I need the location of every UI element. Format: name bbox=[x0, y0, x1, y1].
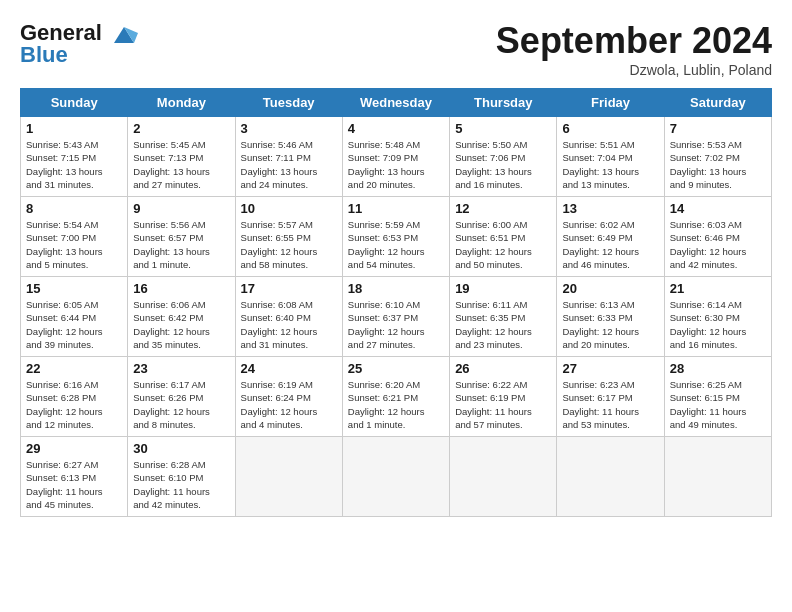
day-number: 17 bbox=[241, 281, 337, 296]
day-info: Sunrise: 6:22 AM Sunset: 6:19 PM Dayligh… bbox=[455, 378, 551, 431]
calendar-cell bbox=[664, 437, 771, 517]
calendar-cell bbox=[450, 437, 557, 517]
weekday-header-tuesday: Tuesday bbox=[235, 89, 342, 117]
day-number: 11 bbox=[348, 201, 444, 216]
day-info: Sunrise: 5:43 AM Sunset: 7:15 PM Dayligh… bbox=[26, 138, 122, 191]
calendar-cell: 3Sunrise: 5:46 AM Sunset: 7:11 PM Daylig… bbox=[235, 117, 342, 197]
day-info: Sunrise: 6:19 AM Sunset: 6:24 PM Dayligh… bbox=[241, 378, 337, 431]
logo: General Blue bbox=[20, 20, 138, 68]
day-info: Sunrise: 6:08 AM Sunset: 6:40 PM Dayligh… bbox=[241, 298, 337, 351]
day-number: 9 bbox=[133, 201, 229, 216]
day-number: 18 bbox=[348, 281, 444, 296]
day-info: Sunrise: 5:59 AM Sunset: 6:53 PM Dayligh… bbox=[348, 218, 444, 271]
day-info: Sunrise: 5:53 AM Sunset: 7:02 PM Dayligh… bbox=[670, 138, 766, 191]
day-info: Sunrise: 6:16 AM Sunset: 6:28 PM Dayligh… bbox=[26, 378, 122, 431]
day-number: 27 bbox=[562, 361, 658, 376]
title-block: September 2024 Dzwola, Lublin, Poland bbox=[496, 20, 772, 78]
calendar-week-2: 8Sunrise: 5:54 AM Sunset: 7:00 PM Daylig… bbox=[21, 197, 772, 277]
calendar-week-1: 1Sunrise: 5:43 AM Sunset: 7:15 PM Daylig… bbox=[21, 117, 772, 197]
calendar-cell: 16Sunrise: 6:06 AM Sunset: 6:42 PM Dayli… bbox=[128, 277, 235, 357]
day-number: 22 bbox=[26, 361, 122, 376]
day-info: Sunrise: 5:51 AM Sunset: 7:04 PM Dayligh… bbox=[562, 138, 658, 191]
calendar-cell bbox=[235, 437, 342, 517]
calendar-cell: 12Sunrise: 6:00 AM Sunset: 6:51 PM Dayli… bbox=[450, 197, 557, 277]
day-info: Sunrise: 6:20 AM Sunset: 6:21 PM Dayligh… bbox=[348, 378, 444, 431]
day-info: Sunrise: 6:27 AM Sunset: 6:13 PM Dayligh… bbox=[26, 458, 122, 511]
day-number: 8 bbox=[26, 201, 122, 216]
calendar-cell: 14Sunrise: 6:03 AM Sunset: 6:46 PM Dayli… bbox=[664, 197, 771, 277]
day-number: 14 bbox=[670, 201, 766, 216]
calendar-cell: 23Sunrise: 6:17 AM Sunset: 6:26 PM Dayli… bbox=[128, 357, 235, 437]
day-info: Sunrise: 6:17 AM Sunset: 6:26 PM Dayligh… bbox=[133, 378, 229, 431]
day-info: Sunrise: 6:03 AM Sunset: 6:46 PM Dayligh… bbox=[670, 218, 766, 271]
day-info: Sunrise: 6:23 AM Sunset: 6:17 PM Dayligh… bbox=[562, 378, 658, 431]
calendar-cell: 4Sunrise: 5:48 AM Sunset: 7:09 PM Daylig… bbox=[342, 117, 449, 197]
calendar-table: SundayMondayTuesdayWednesdayThursdayFrid… bbox=[20, 88, 772, 517]
calendar-cell: 8Sunrise: 5:54 AM Sunset: 7:00 PM Daylig… bbox=[21, 197, 128, 277]
day-info: Sunrise: 5:54 AM Sunset: 7:00 PM Dayligh… bbox=[26, 218, 122, 271]
calendar-cell: 10Sunrise: 5:57 AM Sunset: 6:55 PM Dayli… bbox=[235, 197, 342, 277]
calendar-cell: 21Sunrise: 6:14 AM Sunset: 6:30 PM Dayli… bbox=[664, 277, 771, 357]
page-header: General Blue September 2024 Dzwola, Lubl… bbox=[20, 20, 772, 78]
calendar-week-5: 29Sunrise: 6:27 AM Sunset: 6:13 PM Dayli… bbox=[21, 437, 772, 517]
calendar-cell: 24Sunrise: 6:19 AM Sunset: 6:24 PM Dayli… bbox=[235, 357, 342, 437]
calendar-cell: 7Sunrise: 5:53 AM Sunset: 7:02 PM Daylig… bbox=[664, 117, 771, 197]
day-number: 2 bbox=[133, 121, 229, 136]
calendar-cell: 6Sunrise: 5:51 AM Sunset: 7:04 PM Daylig… bbox=[557, 117, 664, 197]
day-info: Sunrise: 6:25 AM Sunset: 6:15 PM Dayligh… bbox=[670, 378, 766, 431]
day-info: Sunrise: 5:50 AM Sunset: 7:06 PM Dayligh… bbox=[455, 138, 551, 191]
day-info: Sunrise: 5:48 AM Sunset: 7:09 PM Dayligh… bbox=[348, 138, 444, 191]
calendar-cell: 27Sunrise: 6:23 AM Sunset: 6:17 PM Dayli… bbox=[557, 357, 664, 437]
weekday-header-saturday: Saturday bbox=[664, 89, 771, 117]
day-number: 10 bbox=[241, 201, 337, 216]
day-info: Sunrise: 6:28 AM Sunset: 6:10 PM Dayligh… bbox=[133, 458, 229, 511]
weekday-header-sunday: Sunday bbox=[21, 89, 128, 117]
day-info: Sunrise: 5:57 AM Sunset: 6:55 PM Dayligh… bbox=[241, 218, 337, 271]
day-info: Sunrise: 6:05 AM Sunset: 6:44 PM Dayligh… bbox=[26, 298, 122, 351]
calendar-cell: 22Sunrise: 6:16 AM Sunset: 6:28 PM Dayli… bbox=[21, 357, 128, 437]
calendar-cell: 1Sunrise: 5:43 AM Sunset: 7:15 PM Daylig… bbox=[21, 117, 128, 197]
day-number: 12 bbox=[455, 201, 551, 216]
day-number: 19 bbox=[455, 281, 551, 296]
day-info: Sunrise: 5:56 AM Sunset: 6:57 PM Dayligh… bbox=[133, 218, 229, 271]
day-number: 4 bbox=[348, 121, 444, 136]
day-number: 30 bbox=[133, 441, 229, 456]
day-info: Sunrise: 5:45 AM Sunset: 7:13 PM Dayligh… bbox=[133, 138, 229, 191]
day-number: 29 bbox=[26, 441, 122, 456]
calendar-cell: 30Sunrise: 6:28 AM Sunset: 6:10 PM Dayli… bbox=[128, 437, 235, 517]
day-number: 1 bbox=[26, 121, 122, 136]
weekday-header-wednesday: Wednesday bbox=[342, 89, 449, 117]
calendar-cell: 11Sunrise: 5:59 AM Sunset: 6:53 PM Dayli… bbox=[342, 197, 449, 277]
weekday-header-monday: Monday bbox=[128, 89, 235, 117]
day-info: Sunrise: 6:00 AM Sunset: 6:51 PM Dayligh… bbox=[455, 218, 551, 271]
day-number: 23 bbox=[133, 361, 229, 376]
calendar-cell: 9Sunrise: 5:56 AM Sunset: 6:57 PM Daylig… bbox=[128, 197, 235, 277]
calendar-cell: 20Sunrise: 6:13 AM Sunset: 6:33 PM Dayli… bbox=[557, 277, 664, 357]
day-info: Sunrise: 6:02 AM Sunset: 6:49 PM Dayligh… bbox=[562, 218, 658, 271]
calendar-cell: 5Sunrise: 5:50 AM Sunset: 7:06 PM Daylig… bbox=[450, 117, 557, 197]
weekday-header-thursday: Thursday bbox=[450, 89, 557, 117]
day-info: Sunrise: 5:46 AM Sunset: 7:11 PM Dayligh… bbox=[241, 138, 337, 191]
day-number: 21 bbox=[670, 281, 766, 296]
calendar-cell bbox=[557, 437, 664, 517]
day-number: 25 bbox=[348, 361, 444, 376]
location: Dzwola, Lublin, Poland bbox=[496, 62, 772, 78]
day-info: Sunrise: 6:11 AM Sunset: 6:35 PM Dayligh… bbox=[455, 298, 551, 351]
day-info: Sunrise: 6:14 AM Sunset: 6:30 PM Dayligh… bbox=[670, 298, 766, 351]
day-number: 3 bbox=[241, 121, 337, 136]
day-number: 13 bbox=[562, 201, 658, 216]
day-number: 26 bbox=[455, 361, 551, 376]
day-number: 6 bbox=[562, 121, 658, 136]
calendar-cell: 19Sunrise: 6:11 AM Sunset: 6:35 PM Dayli… bbox=[450, 277, 557, 357]
calendar-cell: 25Sunrise: 6:20 AM Sunset: 6:21 PM Dayli… bbox=[342, 357, 449, 437]
day-number: 16 bbox=[133, 281, 229, 296]
day-number: 15 bbox=[26, 281, 122, 296]
calendar-week-3: 15Sunrise: 6:05 AM Sunset: 6:44 PM Dayli… bbox=[21, 277, 772, 357]
day-info: Sunrise: 6:13 AM Sunset: 6:33 PM Dayligh… bbox=[562, 298, 658, 351]
calendar-week-4: 22Sunrise: 6:16 AM Sunset: 6:28 PM Dayli… bbox=[21, 357, 772, 437]
calendar-cell: 28Sunrise: 6:25 AM Sunset: 6:15 PM Dayli… bbox=[664, 357, 771, 437]
day-info: Sunrise: 6:06 AM Sunset: 6:42 PM Dayligh… bbox=[133, 298, 229, 351]
calendar-cell: 18Sunrise: 6:10 AM Sunset: 6:37 PM Dayli… bbox=[342, 277, 449, 357]
calendar-cell: 13Sunrise: 6:02 AM Sunset: 6:49 PM Dayli… bbox=[557, 197, 664, 277]
calendar-cell: 2Sunrise: 5:45 AM Sunset: 7:13 PM Daylig… bbox=[128, 117, 235, 197]
